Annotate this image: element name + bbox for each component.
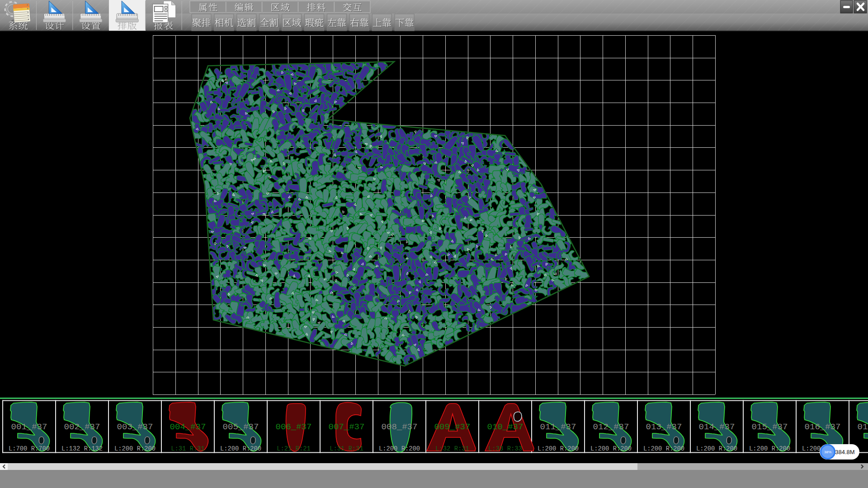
svg-text:384.8M: 384.8M (835, 449, 854, 455)
svg-text:008_#37: 008_#37 (382, 422, 418, 432)
svg-text:L:31 R:31: L:31 R:31 (330, 446, 363, 452)
svg-text:L:200 R:200: L:200 R:200 (379, 446, 420, 452)
svg-text:L:200 R:200: L:200 R:200 (696, 446, 737, 452)
svg-text:013_#37: 013_#37 (646, 422, 682, 432)
svg-text:L:200 R:200: L:200 R:200 (220, 446, 261, 452)
svg-text:003_#37: 003_#37 (117, 422, 153, 432)
svg-text:004_#37: 004_#37 (170, 422, 206, 432)
svg-text:L:700 R:700: L:700 R:700 (9, 446, 50, 452)
svg-text:014_#37: 014_#37 (699, 422, 735, 432)
svg-text:L:200 R:200: L:200 R:200 (643, 446, 684, 452)
svg-text:012_#37: 012_#37 (593, 422, 629, 432)
svg-text:016_#37: 016_#37 (805, 422, 841, 432)
svg-text:015_#37: 015_#37 (752, 422, 788, 432)
svg-text:L:200 R:200: L:200 R:200 (749, 446, 790, 452)
svg-text:L:200 R:200: L:200 R:200 (114, 446, 156, 452)
svg-text:017_#37: 017_#37 (858, 422, 868, 432)
svg-text:L:32 R:31: L:32 R:31 (435, 446, 469, 452)
svg-text:001_#37: 001_#37 (11, 422, 47, 432)
svg-text:010_#37: 010_#37 (487, 422, 524, 432)
svg-text:006_#37: 006_#37 (276, 422, 312, 432)
svg-text:L:200 R:200: L:200 R:200 (538, 446, 579, 452)
svg-text:002_#37: 002_#37 (64, 422, 100, 432)
svg-text:011_#37: 011_#37 (540, 422, 576, 432)
svg-text:L:200 R:200: L:200 R:200 (590, 446, 632, 452)
svg-text:L:31 R:31: L:31 R:31 (171, 446, 205, 452)
svg-text:007_#37: 007_#37 (329, 422, 365, 432)
svg-text:L:132 R:132: L:132 R:132 (61, 446, 103, 452)
svg-text:38%: 38% (824, 450, 831, 454)
svg-text:L:21 R:21: L:21 R:21 (277, 446, 311, 452)
svg-text:009_#37: 009_#37 (434, 422, 471, 432)
svg-text:L:33 R:33: L:33 R:33 (488, 446, 522, 452)
svg-text:005_#37: 005_#37 (223, 422, 259, 432)
